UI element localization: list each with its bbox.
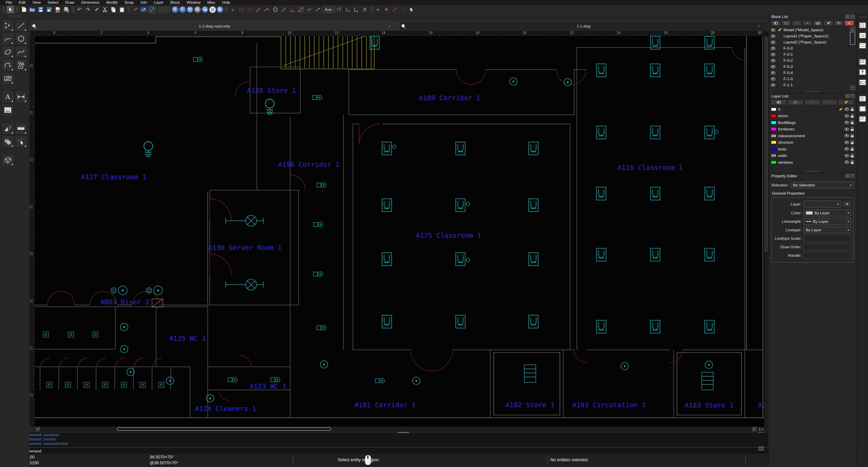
close-panel-icon[interactable]: × [851, 94, 854, 98]
draw-pen-button[interactable] [131, 6, 139, 13]
restrict-ortho-button[interactable] [353, 6, 360, 13]
copy-button[interactable] [110, 6, 117, 13]
zoom-window-button[interactable]: ⊞ [209, 6, 216, 13]
horizontal-scrollbar[interactable]: ◄ ► 1 < 10 [35, 427, 768, 432]
block-edit-button[interactable] [824, 20, 833, 26]
block-row[interactable]: F-0-0 [769, 45, 856, 51]
menu-misc[interactable]: Misc [204, 0, 219, 5]
pan-tool-button[interactable] [400, 6, 407, 13]
edit-attributes-button[interactable] [93, 6, 100, 13]
lineweight-dropdown[interactable]: By Layer▼ [804, 218, 851, 225]
dock-icon-library-browser[interactable] [858, 21, 867, 30]
linetype-scale-input[interactable] [804, 235, 851, 242]
layer-lock-icon[interactable] [851, 155, 854, 158]
menu-modify[interactable]: Modify [103, 0, 121, 5]
scroll-right-button[interactable]: ► [752, 427, 757, 431]
dock-icon-clipboard[interactable] [858, 104, 867, 113]
vertical-scrollbar[interactable] [764, 36, 768, 427]
selection-arrow-button[interactable] [408, 6, 416, 13]
box3d-tool[interactable] [2, 154, 14, 166]
layer-add-button[interactable]: + [805, 100, 820, 105]
menu-draw[interactable]: Draw [62, 0, 77, 5]
shapes-tool[interactable] [15, 59, 27, 71]
new-file-button[interactable] [20, 6, 27, 13]
layer-visibility-icon[interactable] [845, 108, 849, 111]
snap-auto-button[interactable]: Auto [322, 7, 335, 13]
layer-visibility-icon[interactable] [845, 161, 849, 164]
block-rename-button[interactable]: a|b [813, 20, 823, 26]
export-svg-button[interactable]: SVG [54, 6, 61, 13]
zoom-current-button[interactable]: ⊙ [194, 6, 201, 13]
snap-isogrid-toggle[interactable] [246, 6, 253, 13]
block-row[interactable]: Layout1 (*Paper_Space1) [769, 33, 856, 39]
eye-icon[interactable] [771, 84, 775, 87]
console-splitter-handle[interactable] [398, 432, 409, 433]
toolbar-grip[interactable] [3, 6, 5, 13]
snap-center-button[interactable] [271, 6, 279, 13]
eye-icon[interactable] [771, 35, 775, 38]
redo-button[interactable]: ↷ [84, 6, 92, 13]
spline-tool[interactable] [15, 46, 27, 58]
drawing-canvas[interactable]: A128 Store 1 A189 Corridor 1 A127 Classr… [35, 36, 764, 427]
layer-color-swatch[interactable] [771, 161, 776, 164]
menu-snap[interactable]: Snap [121, 0, 137, 5]
block-row[interactable]: F-0-3 [769, 64, 856, 70]
order-tool[interactable] [2, 136, 14, 148]
block-add-button[interactable]: + [792, 20, 801, 26]
block-refresh-button[interactable]: ↻ [834, 20, 844, 26]
snap-distance-button[interactable] [288, 6, 296, 13]
menu-info[interactable]: Info [137, 0, 150, 5]
layer-row[interactable]: fluofittings [769, 119, 856, 126]
layer-row[interactable]: windows [769, 159, 856, 166]
hatch-tool[interactable] [2, 72, 14, 85]
layer-show-all-button[interactable] [771, 100, 787, 105]
snap-entity-point-button[interactable]: ? [305, 6, 313, 13]
dock-grip[interactable] [8, 15, 21, 17]
float-panel-icon[interactable] [846, 94, 849, 98]
layer-row[interactable]: texts [769, 146, 856, 152]
layer-lock-icon[interactable] [851, 129, 854, 131]
block-row[interactable]: Layout2 (*Paper_Space) [769, 39, 856, 45]
eye-icon[interactable] [771, 53, 775, 56]
delete-selected-tool[interactable] [15, 136, 27, 148]
menu-help[interactable]: Help [219, 0, 233, 5]
keyboard-icon[interactable] [758, 447, 763, 450]
toolbar-grip-block[interactable] [158, 6, 170, 13]
layer-visibility-icon[interactable] [845, 154, 849, 157]
layer-color-swatch[interactable] [771, 147, 776, 151]
measure-tool[interactable] [15, 122, 27, 134]
circle-tool-button[interactable] [148, 6, 156, 13]
snap-grid-point-button[interactable] [314, 6, 321, 13]
zoom-auto-button[interactable]: ⊡ [187, 6, 193, 13]
layer-lock-icon[interactable] [851, 122, 854, 124]
text-tool[interactable]: A [2, 91, 14, 103]
layer-lock-icon[interactable] [851, 115, 854, 118]
layer-color-swatch[interactable] [771, 121, 776, 124]
menu-view[interactable]: View [29, 0, 44, 5]
print-preview-button[interactable] [62, 6, 70, 13]
points-tool[interactable] [2, 19, 14, 32]
layer-lock-icon[interactable] [851, 109, 854, 111]
panel-splitter[interactable] [805, 170, 820, 172]
dock-icon-command-log[interactable] [858, 94, 867, 103]
layer-color-swatch[interactable] [771, 154, 776, 157]
set-relative-zero-button[interactable]: + [374, 6, 382, 13]
dimension-tool[interactable] [15, 91, 27, 103]
layer-row[interactable]: riskassessment [769, 132, 856, 139]
block-remove-button[interactable]: − [803, 20, 812, 26]
line-tool-button[interactable] [140, 6, 147, 13]
polyline-tool[interactable] [2, 59, 14, 71]
hscroll-thumb[interactable] [117, 427, 331, 431]
layer-remove-button[interactable]: − [822, 100, 837, 105]
snap-grid-toggle[interactable] [238, 6, 245, 13]
float-panel-icon[interactable] [846, 174, 849, 178]
layer-color-swatch[interactable] [771, 108, 776, 111]
menu-select[interactable]: Select [44, 0, 61, 5]
block-row[interactable]: F-0-1 [769, 51, 856, 57]
close-panel-icon[interactable]: × [851, 15, 854, 19]
linetype-dropdown[interactable]: By Layer▼ [804, 227, 851, 233]
scroll-down-icon[interactable]: ▼ [850, 86, 855, 90]
close-panel-icon[interactable]: × [851, 174, 854, 178]
eye-icon[interactable] [771, 59, 775, 62]
layer-visibility-icon[interactable] [845, 128, 849, 131]
